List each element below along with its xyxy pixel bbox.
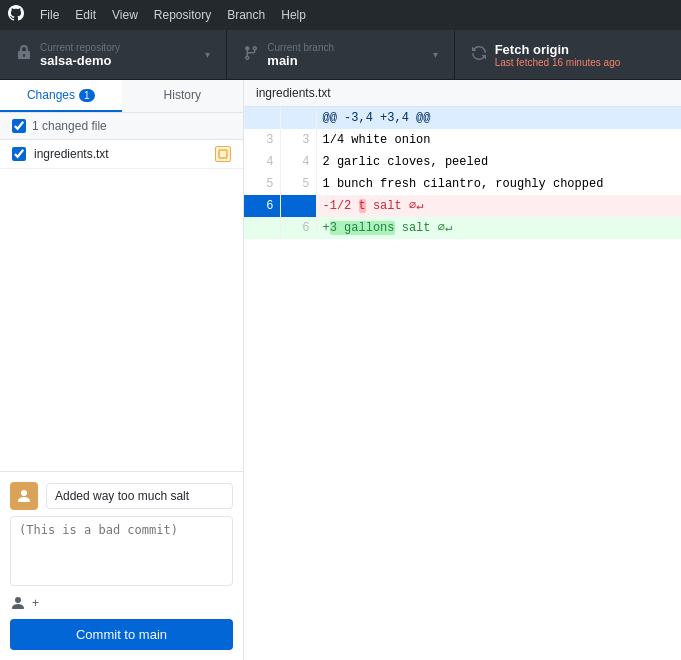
line-new-4: 4 [280, 151, 316, 173]
menu-help[interactable]: Help [281, 8, 306, 22]
diff-area: ingredients.txt @@ -3,4 +3,4 @@ 3 3 1/4 … [244, 80, 681, 660]
line-new-3: 3 [280, 129, 316, 151]
repo-label: Current repository [40, 42, 120, 53]
branch-label: Current branch [267, 42, 334, 53]
repo-chevron-icon: ▾ [205, 49, 210, 60]
changes-badge: 1 [79, 89, 95, 102]
tab-bar: Changes1 History [0, 80, 243, 113]
diff-line-context-5: 5 5 1 bunch fresh cilantro, roughly chop… [244, 173, 681, 195]
line-content-added-6: +3 gallons salt ⌀↵ [316, 217, 681, 239]
line-new-added-6: 6 [280, 217, 316, 239]
diff-content: @@ -3,4 +3,4 @@ 3 3 1/4 white onion 4 4 … [244, 107, 681, 660]
changed-files-header: 1 changed file [0, 113, 243, 140]
fetch-origin-section[interactable]: Fetch origin Last fetched 16 minutes ago [455, 30, 681, 79]
tab-changes[interactable]: Changes1 [0, 80, 122, 112]
main-content: Changes1 History 1 changed file ingredie… [0, 80, 681, 660]
commit-description-input[interactable] [10, 516, 233, 586]
fetch-sublabel: Last fetched 16 minutes ago [495, 57, 621, 68]
repo-bar: Current repository salsa-demo ▾ Current … [0, 30, 681, 80]
menu-bar: File Edit View Repository Branch Help [0, 0, 681, 30]
menu-branch[interactable]: Branch [227, 8, 265, 22]
file-item-ingredients[interactable]: ingredients.txt [0, 140, 243, 169]
current-repo-section[interactable]: Current repository salsa-demo ▾ [0, 30, 227, 79]
hunk-old-num [244, 107, 280, 129]
repo-name: salsa-demo [40, 53, 120, 68]
branch-chevron-icon: ▾ [433, 49, 438, 60]
sidebar: Changes1 History 1 changed file ingredie… [0, 80, 244, 660]
line-old-added-empty [244, 217, 280, 239]
line-new-5: 5 [280, 173, 316, 195]
menu-view[interactable]: View [112, 8, 138, 22]
menu-file[interactable]: File [40, 8, 59, 22]
github-logo [8, 5, 24, 25]
hunk-header-text: @@ -3,4 +3,4 @@ [316, 107, 681, 129]
fetch-icon [471, 45, 487, 65]
line-content-5: 1 bunch fresh cilantro, roughly chopped [316, 173, 681, 195]
file-name-ingredients: ingredients.txt [34, 147, 207, 161]
diff-line-context-4: 4 4 2 garlic cloves, peeled [244, 151, 681, 173]
current-branch-section[interactable]: Current branch main ▾ [227, 30, 454, 79]
diff-filename-bar: ingredients.txt [244, 80, 681, 107]
lock-icon [16, 45, 32, 65]
line-old-5: 5 [244, 173, 280, 195]
line-content-removed-6: -1/2 t salt ⌀↵ [316, 195, 681, 217]
branch-icon [243, 45, 259, 65]
line-old-6-selected: 6 [244, 195, 280, 217]
line-old-4: 4 [244, 151, 280, 173]
menu-edit[interactable]: Edit [75, 8, 96, 22]
select-all-checkbox[interactable] [12, 119, 26, 133]
commit-message-row [10, 482, 233, 510]
line-content-4: 2 garlic cloves, peeled [316, 151, 681, 173]
commit-button[interactable]: Commit to main [10, 619, 233, 650]
commit-title-input[interactable] [46, 483, 233, 509]
line-new-6-empty [280, 195, 316, 217]
tab-history[interactable]: History [122, 80, 244, 112]
line-old-3: 3 [244, 129, 280, 151]
menu-repository[interactable]: Repository [154, 8, 211, 22]
changed-files-count: 1 changed file [32, 119, 107, 133]
fetch-label: Fetch origin [495, 42, 621, 57]
hunk-new-num [280, 107, 316, 129]
added-highlight: 3 gallons [330, 221, 395, 235]
commit-area: + Commit to main [0, 471, 243, 660]
svg-rect-0 [219, 150, 227, 158]
diff-line-added-6: 6 +3 gallons salt ⌀↵ [244, 217, 681, 239]
file-modified-badge [215, 146, 231, 162]
commit-avatar [10, 482, 38, 510]
branch-name: main [267, 53, 334, 68]
commit-author-row: + [10, 595, 233, 611]
line-content-3: 1/4 white onion [316, 129, 681, 151]
file-checkbox-ingredients[interactable] [12, 147, 26, 161]
no-newline-added: ⌀↵ [438, 221, 452, 235]
diff-line-removed-6: 6 -1/2 t salt ⌀↵ [244, 195, 681, 217]
removed-highlight: t [359, 199, 366, 213]
diff-table: @@ -3,4 +3,4 @@ 3 3 1/4 white onion 4 4 … [244, 107, 681, 239]
no-newline-removed: ⌀↵ [409, 199, 423, 213]
diff-line-context-3: 3 3 1/4 white onion [244, 129, 681, 151]
add-coauthors-icon: + [32, 596, 39, 610]
diff-hunk-header: @@ -3,4 +3,4 @@ [244, 107, 681, 129]
